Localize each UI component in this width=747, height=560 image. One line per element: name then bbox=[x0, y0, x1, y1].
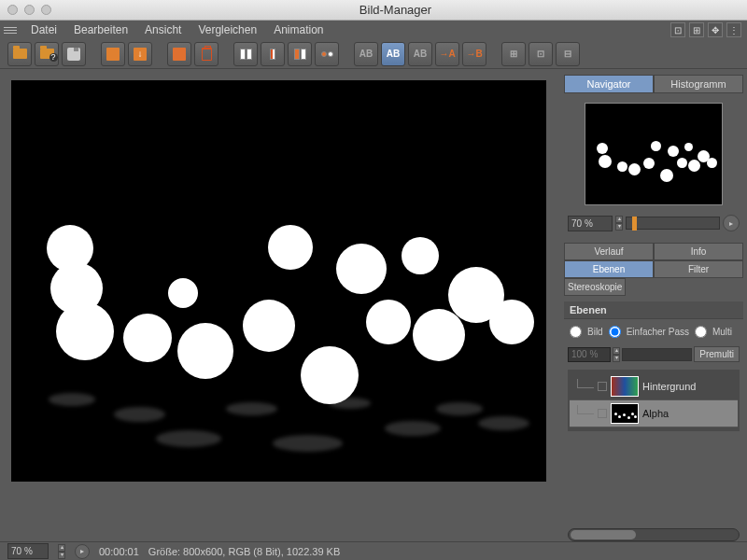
options-icon[interactable]: ⋮ bbox=[726, 22, 741, 37]
minimize-window-button[interactable] bbox=[24, 5, 35, 15]
render-canvas bbox=[11, 80, 546, 482]
menu-vergleichen[interactable]: Vergleichen bbox=[190, 23, 265, 36]
set-a-button[interactable]: →A bbox=[435, 42, 459, 66]
compare-wipe-button[interactable] bbox=[261, 42, 285, 66]
status-zoom-spinner[interactable]: ▴▾ bbox=[58, 544, 65, 559]
compare-diff-button[interactable] bbox=[315, 42, 339, 66]
layer-opacity-slider[interactable] bbox=[622, 348, 692, 361]
move-icon[interactable]: ✥ bbox=[708, 22, 723, 37]
status-info: Größe: 800x600, RGB (8 Bit), 1022.39 KB bbox=[148, 546, 340, 557]
arrange-1-button[interactable] bbox=[101, 42, 125, 66]
panel-tab-filter[interactable]: Filter bbox=[654, 260, 743, 278]
menu-animation[interactable]: Animation bbox=[265, 23, 331, 36]
set-b-button[interactable]: →B bbox=[462, 42, 486, 66]
menu-ansicht[interactable]: Ansicht bbox=[136, 23, 190, 36]
ab-compare-button[interactable]: AB bbox=[408, 42, 432, 66]
zoom-window-button[interactable] bbox=[41, 5, 51, 15]
ab-active-button[interactable]: AB bbox=[381, 42, 405, 66]
layers-header: Ebenen bbox=[564, 301, 743, 319]
channel-2-button[interactable]: ⊡ bbox=[529, 42, 553, 66]
arrange-2-button[interactable] bbox=[128, 42, 152, 66]
layer-item-alpha[interactable]: Alpha bbox=[570, 400, 738, 427]
channel-1-button[interactable]: ⊞ bbox=[501, 42, 526, 66]
expand-icon[interactable]: ⊞ bbox=[689, 22, 704, 37]
ab-button[interactable]: AB bbox=[354, 42, 378, 66]
status-bar: 70 % ▴▾ ▸ 00:00:01 Größe: 800x600, RGB (… bbox=[0, 541, 747, 560]
toolbar: AB AB AB →A →B ⊞ ⊡ ⊟ bbox=[0, 39, 747, 69]
save-button[interactable] bbox=[62, 42, 86, 66]
dock-icon[interactable]: ⊡ bbox=[670, 22, 685, 37]
layers-mode-row: Bild Einfacher Pass Multi bbox=[564, 323, 743, 341]
side-panel: Navigator Histogramm 70 % ▴▾ ▸ Verlau bbox=[560, 69, 747, 541]
horizontal-scrollbar[interactable] bbox=[568, 528, 740, 541]
layer-visibility-icon[interactable] bbox=[598, 382, 607, 391]
tab-navigator[interactable]: Navigator bbox=[564, 75, 654, 93]
play-button[interactable]: ▸ bbox=[75, 544, 90, 559]
radio-bild[interactable] bbox=[570, 326, 582, 338]
layer-visibility-icon[interactable] bbox=[598, 409, 607, 418]
close-window-button[interactable] bbox=[7, 5, 18, 15]
layer-opacity-spinner[interactable]: ▴▾ bbox=[613, 347, 620, 362]
window-titlebar: Bild-Manager bbox=[0, 0, 747, 21]
radio-multi[interactable] bbox=[695, 326, 707, 338]
compare-split-button[interactable] bbox=[233, 42, 258, 66]
layer-thumb-alpha bbox=[611, 403, 639, 424]
nav-zoom-fit-button[interactable]: ▸ bbox=[723, 215, 740, 231]
open-recent-button[interactable] bbox=[35, 42, 59, 66]
menu-bearbeiten[interactable]: Bearbeiten bbox=[65, 23, 136, 36]
status-time: 00:00:01 bbox=[99, 546, 139, 557]
window-title: Bild-Manager bbox=[51, 3, 740, 17]
app-menu-icon[interactable] bbox=[4, 27, 17, 34]
layer-opacity-field[interactable]: 100 % bbox=[568, 347, 611, 362]
nav-zoom-spinner[interactable]: ▴▾ bbox=[615, 216, 623, 231]
layer-thumb-bg bbox=[611, 376, 639, 397]
panel-tab-verlauf[interactable]: Verlauf bbox=[564, 243, 654, 260]
layer-item-background[interactable]: Hintergrund bbox=[570, 373, 738, 400]
panel-tab-stereo[interactable]: Stereoskopie bbox=[564, 278, 626, 296]
status-zoom-field[interactable]: 70 % bbox=[7, 543, 49, 559]
panel-tab-ebenen[interactable]: Ebenen bbox=[564, 260, 654, 278]
delete-button[interactable] bbox=[194, 42, 218, 66]
navigator-preview[interactable] bbox=[585, 103, 723, 205]
radio-pass[interactable] bbox=[609, 326, 621, 338]
nav-zoom-slider[interactable] bbox=[626, 217, 720, 230]
menu-datei[interactable]: Datei bbox=[22, 23, 65, 36]
channel-3-button[interactable]: ⊟ bbox=[556, 42, 580, 66]
tab-histogram[interactable]: Histogramm bbox=[654, 75, 743, 93]
open-button[interactable] bbox=[7, 42, 32, 66]
panel-tab-info[interactable]: Info bbox=[654, 243, 743, 260]
layer-list: Hintergrund Alpha bbox=[568, 370, 740, 431]
menu-bar: Datei Bearbeiten Ansicht Vergleichen Ani… bbox=[0, 21, 747, 39]
compare-swap-button[interactable] bbox=[288, 42, 312, 66]
nav-zoom-field[interactable]: 70 % bbox=[568, 216, 613, 231]
viewport[interactable] bbox=[0, 69, 560, 541]
premultiply-button[interactable]: Premulti bbox=[694, 346, 740, 362]
collect-button[interactable] bbox=[167, 42, 191, 66]
